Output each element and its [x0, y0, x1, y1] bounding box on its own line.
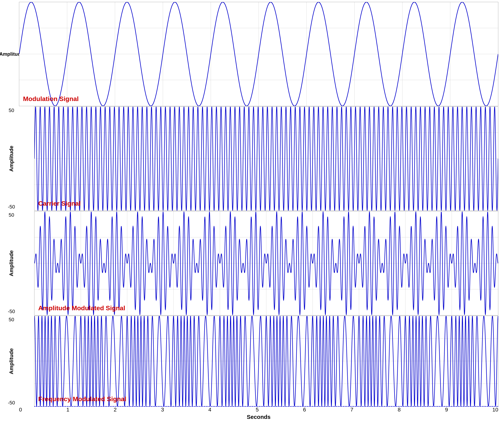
carrier-chart: 50 0 -50 Carrier Signal — [34, 107, 498, 211]
y-axis-label-2: 50 Amplitude -50 — [4, 107, 19, 211]
carrier-label: Carrier Signal — [38, 200, 81, 207]
fm-label: Frequency Modulated Signal — [38, 395, 126, 403]
carrier-panel: 50 Amplitude -50 50 — [4, 107, 500, 211]
modulation-chart: 50 0 -50 Modulation Signal — [19, 2, 498, 106]
fm-chart: 50 0 -50 Frequency Modulated Signal — [34, 316, 498, 407]
x-axis-title: Seconds — [19, 414, 498, 420]
modulation-panel: Amplitude — [4, 2, 500, 106]
y-axis-label-4: 50 Amplitude -50 — [4, 316, 19, 407]
fm-panel: 50 Amplitude -50 50 — [4, 316, 500, 420]
x-axis: 0 1 2 3 4 5 6 7 8 9 10 Seconds — [19, 407, 498, 420]
am-chart: 50 0 -50 Amplitude Modulated Signal — [34, 211, 498, 315]
y-axis-label-1: Amplitude — [4, 2, 19, 106]
y-axis-label-3: 50 Amplitude -50 — [4, 211, 19, 315]
am-panel: 50 Amplitude -50 50 — [4, 211, 500, 315]
x-axis-ticks: 0 1 2 3 4 5 6 7 8 9 10 — [19, 407, 498, 413]
am-label: Amplitude Modulated Signal — [38, 304, 125, 312]
main-container: Amplitude — [0, 0, 504, 428]
modulation-label: Modulation Signal — [23, 95, 79, 103]
